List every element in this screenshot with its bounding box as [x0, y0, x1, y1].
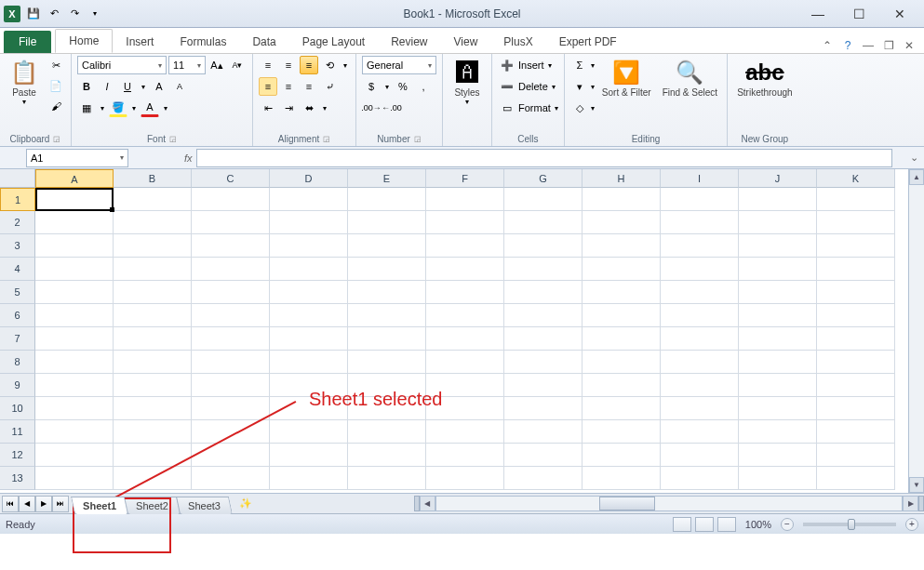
- borders-icon[interactable]: ▦: [77, 99, 96, 117]
- comma-icon[interactable]: ,: [414, 77, 433, 96]
- increase-font-icon[interactable]: A▴: [208, 56, 226, 74]
- row-header[interactable]: 1: [0, 188, 35, 211]
- decrease-decimal-icon[interactable]: ←.00: [382, 99, 401, 117]
- decrease-indent-icon[interactable]: ⇤: [259, 99, 277, 117]
- orientation-dropdown[interactable]: ▾: [341, 56, 350, 74]
- column-header[interactable]: F: [426, 169, 504, 188]
- sheet-tab-sheet3[interactable]: Sheet3: [176, 497, 233, 514]
- font-size-combo[interactable]: 11: [168, 56, 206, 74]
- tab-data[interactable]: Data: [239, 31, 288, 53]
- merge-dropdown[interactable]: ▾: [320, 99, 329, 117]
- new-sheet-icon[interactable]: ✨: [235, 497, 256, 511]
- row-header[interactable]: 9: [0, 374, 35, 397]
- select-all-corner[interactable]: [0, 169, 35, 188]
- next-sheet-icon[interactable]: ▶: [35, 496, 52, 512]
- sort-filter-button[interactable]: 🔽 Sort & Filter: [598, 56, 655, 99]
- undo-icon[interactable]: ↶: [45, 5, 63, 23]
- number-launcher[interactable]: ◲: [414, 135, 422, 143]
- column-header[interactable]: G: [504, 169, 583, 188]
- column-header[interactable]: E: [348, 169, 426, 188]
- zoom-handle[interactable]: [848, 519, 855, 530]
- column-header[interactable]: B: [114, 169, 192, 188]
- bold-button[interactable]: B: [77, 77, 96, 96]
- normal-view-icon[interactable]: [673, 517, 691, 532]
- row-header[interactable]: 10: [0, 397, 35, 420]
- row-header[interactable]: 13: [0, 467, 35, 490]
- align-middle-icon[interactable]: ≡: [279, 56, 298, 74]
- help-icon[interactable]: ?: [840, 38, 855, 53]
- align-center-icon[interactable]: ≡: [279, 77, 298, 96]
- last-sheet-icon[interactable]: ⏭: [52, 496, 69, 512]
- column-header[interactable]: D: [270, 169, 348, 188]
- font-launcher[interactable]: ◲: [169, 135, 177, 143]
- page-layout-view-icon[interactable]: [695, 517, 714, 532]
- row-header[interactable]: 5: [0, 281, 35, 304]
- scroll-right-icon[interactable]: ▶: [903, 496, 918, 511]
- close-button[interactable]: ✕: [891, 5, 909, 23]
- zoom-level[interactable]: 100%: [745, 519, 771, 530]
- cut-icon[interactable]: ✂: [47, 56, 65, 74]
- minimize-button[interactable]: —: [809, 5, 827, 23]
- row-header[interactable]: 7: [0, 327, 35, 351]
- currency-dropdown[interactable]: ▾: [382, 77, 392, 96]
- column-header[interactable]: H: [583, 169, 661, 188]
- doc-restore-icon[interactable]: ❐: [881, 38, 896, 53]
- column-header[interactable]: I: [661, 169, 739, 188]
- underline-button[interactable]: U: [118, 77, 137, 96]
- percent-icon[interactable]: %: [394, 77, 412, 96]
- autosum-button[interactable]: Σ▾: [570, 56, 595, 74]
- font-color-dropdown[interactable]: ▾: [161, 99, 170, 117]
- sheet-tab-sheet2[interactable]: Sheet2: [124, 497, 181, 514]
- sheet-tab-sheet1[interactable]: Sheet1: [71, 497, 128, 514]
- alignment-launcher[interactable]: ◲: [323, 135, 330, 143]
- column-header[interactable]: K: [817, 169, 895, 188]
- copy-icon[interactable]: 📄: [47, 76, 65, 95]
- formula-input[interactable]: [196, 149, 892, 167]
- fx-icon[interactable]: fx: [184, 152, 193, 164]
- name-box[interactable]: A1: [26, 149, 128, 167]
- doc-minimize-icon[interactable]: —: [861, 38, 876, 53]
- page-break-view-icon[interactable]: [717, 517, 736, 532]
- underline-dropdown[interactable]: ▾: [139, 77, 148, 96]
- column-header[interactable]: J: [739, 169, 817, 188]
- font-color-icon[interactable]: A: [141, 99, 159, 117]
- wrap-text-icon[interactable]: ⤶: [320, 77, 339, 96]
- decrease-font-icon[interactable]: A▾: [228, 56, 247, 74]
- column-header[interactable]: C: [192, 169, 270, 188]
- tab-page-layout[interactable]: Page Layout: [289, 31, 378, 53]
- increase-indent-icon[interactable]: ⇥: [279, 99, 298, 117]
- minimize-ribbon-icon[interactable]: ⌃: [820, 38, 835, 53]
- scroll-up-icon[interactable]: ▲: [909, 169, 924, 185]
- align-left-icon[interactable]: ≡: [259, 77, 277, 96]
- tab-insert[interactable]: Insert: [113, 31, 167, 53]
- fill-dropdown[interactable]: ▾: [129, 99, 139, 117]
- find-select-button[interactable]: 🔍 Find & Select: [659, 56, 721, 99]
- tab-plusx[interactable]: PlusX: [490, 31, 545, 53]
- orientation-icon[interactable]: ⟲: [320, 56, 339, 74]
- row-header[interactable]: 6: [0, 304, 35, 327]
- hscroll-thumb[interactable]: [599, 497, 655, 510]
- tab-review[interactable]: Review: [378, 31, 440, 53]
- save-icon[interactable]: 💾: [24, 5, 43, 23]
- scroll-left-icon[interactable]: ◀: [420, 496, 435, 511]
- number-format-combo[interactable]: General: [362, 56, 436, 74]
- font-shrink-icon[interactable]: A: [170, 77, 189, 96]
- styles-button[interactable]: 🅰 Styles ▾: [449, 56, 486, 108]
- strikethrough-button[interactable]: abc Strikethrough: [733, 56, 796, 99]
- qat-dropdown-icon[interactable]: ▾: [86, 5, 104, 23]
- font-grow-icon[interactable]: A: [150, 77, 168, 96]
- zoom-slider[interactable]: [803, 523, 896, 526]
- tab-home[interactable]: Home: [55, 29, 113, 53]
- file-tab[interactable]: File: [4, 31, 51, 53]
- column-header[interactable]: A: [35, 169, 114, 188]
- horizontal-scrollbar[interactable]: ◀ ▶: [414, 496, 924, 511]
- format-painter-icon[interactable]: 🖌: [47, 97, 65, 115]
- row-header[interactable]: 3: [0, 234, 35, 258]
- vertical-scrollbar[interactable]: ▲ ▼: [908, 169, 924, 493]
- row-header[interactable]: 2: [0, 211, 35, 234]
- hsplit-handle[interactable]: [918, 496, 924, 511]
- font-name-combo[interactable]: Calibri: [77, 56, 167, 74]
- maximize-button[interactable]: ☐: [850, 5, 868, 23]
- expand-formula-bar-icon[interactable]: ⌄: [907, 149, 920, 167]
- borders-dropdown[interactable]: ▾: [98, 99, 107, 117]
